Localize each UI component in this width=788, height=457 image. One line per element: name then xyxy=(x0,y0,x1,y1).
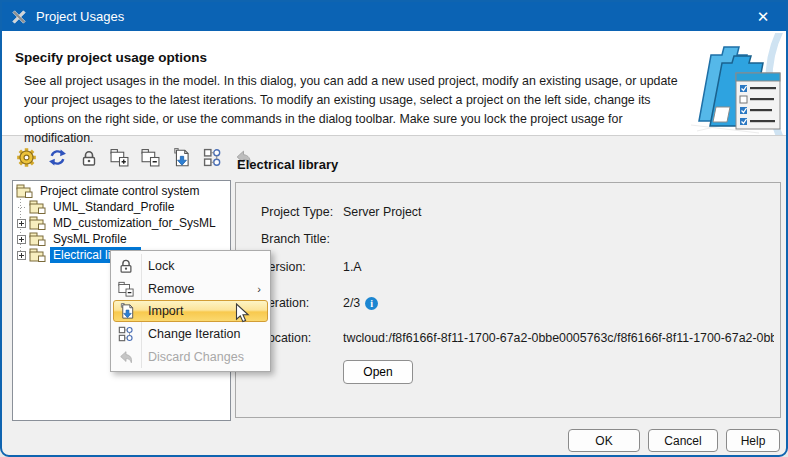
project-type-label: Project Type: xyxy=(261,205,343,219)
field-project-type: Project Type: Server Project xyxy=(261,205,774,219)
field-branch-title: Branch Title: xyxy=(261,232,774,246)
open-button[interactable]: Open xyxy=(343,360,413,384)
change-iteration-icon xyxy=(203,148,222,167)
update-button[interactable] xyxy=(45,145,70,170)
field-location: Location: twcloud:/f8f6166f-8f11-1700-67… xyxy=(261,331,774,345)
ok-button[interactable]: OK xyxy=(568,429,640,452)
field-version: Version: 1.A xyxy=(261,260,774,274)
location-label: Location: xyxy=(261,331,343,345)
import-icon xyxy=(172,148,192,168)
package-icon xyxy=(16,184,33,198)
expand-plus-icon[interactable] xyxy=(17,251,26,260)
gear-icon xyxy=(16,147,37,168)
import-button[interactable] xyxy=(169,145,194,170)
version-value: 1.A xyxy=(343,260,362,274)
project-usages-dialog: Project Usages ✕ Specify project usage o… xyxy=(0,0,788,457)
tree-item-label: MD_customization_for_SysML xyxy=(50,215,219,231)
menu-item-label: Lock xyxy=(148,259,174,273)
details-panel: Project Type: Server Project Branch Titl… xyxy=(235,182,781,418)
project-type-value: Server Project xyxy=(343,205,422,219)
branch-title-label: Branch Title: xyxy=(261,232,343,246)
tree-item-label: UML_Standard_Profile xyxy=(50,199,177,215)
project-options-button[interactable] xyxy=(14,145,39,170)
package-icon xyxy=(29,248,46,262)
dialog-toolbar xyxy=(14,145,256,170)
lock-icon xyxy=(118,258,134,274)
tree-item-label: SysML Profile xyxy=(50,231,130,247)
add-project-usage-button[interactable] xyxy=(107,145,132,170)
cancel-button[interactable]: Cancel xyxy=(648,429,718,452)
field-iteration: Iteration: 2/3 i xyxy=(261,296,774,310)
expand-plus-icon[interactable] xyxy=(17,235,26,244)
dialog-description: See all project usages in the model. In … xyxy=(24,72,684,148)
import-icon xyxy=(119,303,136,320)
magicdraw-logo-icon xyxy=(11,9,27,25)
mouse-cursor-icon xyxy=(235,303,250,324)
add-package-icon xyxy=(110,148,129,167)
menu-item-remove[interactable]: Remove › xyxy=(111,277,270,300)
close-button[interactable]: ✕ xyxy=(740,2,786,31)
remove-package-icon xyxy=(118,281,134,297)
discard-changes-icon xyxy=(118,349,134,365)
close-icon: ✕ xyxy=(757,8,770,26)
package-icon xyxy=(29,232,46,246)
iteration-label: Iteration: xyxy=(261,296,343,310)
tree-item-md-customization[interactable]: MD_customization_for_SysML xyxy=(14,215,229,231)
tree-item-sysml-profile[interactable]: SysML Profile xyxy=(14,231,229,247)
window-title: Project Usages xyxy=(36,9,124,24)
tree-item-uml-standard-profile[interactable]: UML_Standard_Profile xyxy=(14,199,229,215)
menu-item-label: Import xyxy=(148,304,183,318)
version-label: Version: xyxy=(261,260,343,274)
lock-button[interactable] xyxy=(76,145,101,170)
iteration-value: 2/3 xyxy=(343,296,360,310)
project-usage-artwork-icon xyxy=(689,33,783,135)
expand-plus-icon[interactable] xyxy=(17,219,26,228)
help-button[interactable]: Help xyxy=(726,429,780,452)
menu-item-label: Remove xyxy=(148,282,195,296)
menu-item-label: Discard Changes xyxy=(148,350,244,364)
refresh-icon xyxy=(48,148,67,167)
title-bar[interactable]: Project Usages ✕ xyxy=(2,2,786,31)
package-icon xyxy=(29,200,46,214)
remove-package-icon xyxy=(141,148,160,167)
tree-connector xyxy=(18,207,27,208)
change-iteration-button[interactable] xyxy=(200,145,225,170)
change-iteration-icon xyxy=(118,326,134,342)
menu-item-label: Change Iteration xyxy=(148,327,240,341)
info-icon[interactable]: i xyxy=(365,297,378,310)
menu-item-change-iteration[interactable]: Change Iteration xyxy=(111,322,270,345)
menu-item-lock[interactable]: Lock xyxy=(111,254,270,277)
dialog-heading: Specify project usage options xyxy=(15,50,207,65)
menu-item-discard-changes[interactable]: Discard Changes xyxy=(111,345,270,368)
package-icon xyxy=(29,216,46,230)
submenu-arrow-icon: › xyxy=(257,283,261,295)
tree-item-root[interactable]: Project climate control system xyxy=(14,183,229,199)
remove-project-usage-button[interactable] xyxy=(138,145,163,170)
tree-item-label: Project climate control system xyxy=(37,183,202,199)
location-value: twcloud:/f8f6166f-8f11-1700-67a2-0bbe000… xyxy=(343,331,774,345)
lock-icon xyxy=(80,149,98,167)
details-panel-title: Electrical library xyxy=(237,157,338,172)
dialog-header: Specify project usage options See all pr… xyxy=(2,31,786,136)
